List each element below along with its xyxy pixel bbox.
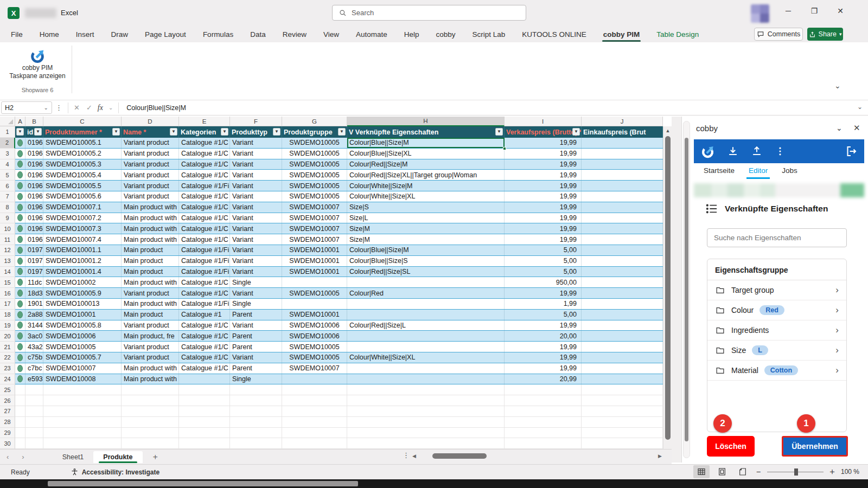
- cell-E8[interactable]: Catalogue #1/C: [179, 202, 230, 213]
- row-number-18[interactable]: 18: [0, 310, 15, 320]
- cell-E12[interactable]: Catalogue #1/Fi: [179, 245, 230, 255]
- empty-grid-rows[interactable]: [15, 384, 663, 449]
- cell-J8[interactable]: [582, 202, 663, 213]
- cell-H12[interactable]: Colour|Blue||Size|M: [347, 245, 505, 255]
- empty-cell[interactable]: [582, 428, 663, 438]
- sheet-nav-right-icon[interactable]: ›: [15, 453, 30, 461]
- empty-cell[interactable]: [15, 395, 25, 406]
- page-break-view-icon[interactable]: [735, 465, 751, 478]
- cell-F4[interactable]: Variant: [230, 159, 282, 170]
- cell-B12[interactable]: 01973: [25, 245, 43, 255]
- cell-A18[interactable]: [15, 310, 25, 320]
- cell-H18[interactable]: [347, 310, 505, 320]
- cell-I13[interactable]: 5,00: [505, 256, 582, 266]
- cell-F3[interactable]: Variant: [230, 149, 282, 159]
- empty-cell[interactable]: [230, 438, 282, 448]
- cell-C11[interactable]: SWDEMO10007.4: [43, 234, 122, 245]
- row-number-29[interactable]: 29: [0, 428, 15, 439]
- user-avatar[interactable]: [751, 4, 769, 23]
- ribbon-tab-review[interactable]: Review: [282, 28, 308, 41]
- empty-cell[interactable]: [179, 428, 230, 438]
- formulabar-collapse-icon[interactable]: ⌄: [857, 103, 863, 111]
- cell-I2[interactable]: 19,99: [505, 138, 582, 148]
- cell-C19[interactable]: SWDEMO10005.8: [43, 320, 122, 331]
- chevron-right-icon[interactable]: ›: [835, 345, 839, 356]
- property-group-row-colour[interactable]: ColourRed›: [707, 300, 846, 320]
- cell-A17[interactable]: [15, 299, 25, 309]
- cell-F24[interactable]: Single: [230, 374, 282, 384]
- panel-scrollbar[interactable]: [683, 121, 690, 458]
- table-row[interactable]: 01969SWDEMO10007.4Main product withCatal…: [15, 234, 663, 245]
- cell-C5[interactable]: SWDEMO10005.4: [43, 170, 122, 180]
- cell-H21[interactable]: [347, 342, 505, 352]
- cell-C4[interactable]: SWDEMO10005.3: [43, 159, 122, 170]
- cell-F10[interactable]: Variant: [230, 223, 282, 234]
- cell-A3[interactable]: [15, 149, 25, 159]
- empty-cell[interactable]: [347, 417, 505, 427]
- column-letter-B[interactable]: B: [25, 117, 43, 126]
- cell-E24[interactable]: [179, 374, 230, 384]
- ribbon-tab-table-design[interactable]: Table Design: [655, 28, 700, 41]
- empty-cell[interactable]: [230, 406, 282, 416]
- table-row[interactable]: 3ac0SWDEMO10006Main product, freCatalogu…: [15, 331, 663, 342]
- cell-B22[interactable]: c75b: [25, 352, 43, 363]
- horizontal-scrollbar[interactable]: ◀ ▶: [412, 451, 662, 461]
- cell-J20[interactable]: [582, 331, 663, 341]
- cell-C12[interactable]: SWDEMO10001.1: [43, 245, 122, 255]
- empty-cell[interactable]: [582, 438, 663, 448]
- cell-H17[interactable]: [347, 299, 505, 309]
- cell-F21[interactable]: Parent: [230, 342, 282, 352]
- cell-D8[interactable]: Main product with: [122, 202, 179, 213]
- cell-D5[interactable]: Variant product: [122, 170, 179, 180]
- row-number-16[interactable]: 16: [0, 288, 15, 299]
- ribbon-tab-draw[interactable]: Draw: [110, 28, 130, 41]
- taskpane-chevron-icon[interactable]: ⌄: [836, 124, 843, 132]
- ribbon-tab-kutools-online[interactable]: KUTOOLS ONLINE: [521, 28, 587, 41]
- cell-B11[interactable]: 01969: [25, 234, 43, 245]
- cell-D23[interactable]: Main product with: [122, 363, 179, 374]
- table-row[interactable]: 01969SWDEMO10007.3Main product withCatal…: [15, 223, 663, 234]
- empty-row[interactable]: [15, 417, 663, 428]
- cell-F6[interactable]: Variant: [230, 181, 282, 191]
- table-row[interactable]: 01969SWDEMO10005.4Variant productCatalog…: [15, 170, 663, 181]
- table-row[interactable]: 01969SWDEMO10007.2Main product withCatal…: [15, 213, 663, 224]
- cell-G8[interactable]: SWDEMO10007: [282, 202, 347, 213]
- table-row[interactable]: 3144SWDEMO10005.8Variant productCatalogu…: [15, 320, 663, 331]
- cell-D17[interactable]: Main product with: [122, 299, 179, 309]
- table-row[interactable]: 01969SWDEMO10005.6Variant productCatalog…: [15, 191, 663, 202]
- cell-J24[interactable]: [582, 374, 663, 384]
- cell-C16[interactable]: SWDEMO10005.9: [43, 288, 122, 298]
- row-number-1[interactable]: 1: [0, 126, 15, 138]
- row-number-30[interactable]: 30: [0, 438, 15, 449]
- empty-cell[interactable]: [282, 384, 347, 395]
- cell-A22[interactable]: [15, 352, 25, 363]
- ribbon-tab-file[interactable]: File: [10, 28, 24, 41]
- cell-I8[interactable]: 19,99: [505, 202, 582, 213]
- cell-J21[interactable]: [582, 342, 663, 352]
- cell-C3[interactable]: SWDEMO10005.2: [43, 149, 122, 159]
- filter-dropdown-icon[interactable]: ▼: [221, 128, 228, 136]
- zoom-in-icon[interactable]: ＋: [828, 466, 837, 478]
- cell-J16[interactable]: [582, 288, 663, 298]
- empty-row[interactable]: [15, 438, 663, 449]
- search-input[interactable]: Search: [332, 5, 526, 21]
- cell-G19[interactable]: SWDEMO10006: [282, 320, 347, 331]
- cell-F8[interactable]: Variant: [230, 202, 282, 213]
- column-header-C[interactable]: Produktnummer *▼: [43, 126, 122, 138]
- table-row[interactable]: c7bcSWDEMO10007Main product withCatalogu…: [15, 363, 663, 374]
- cell-F18[interactable]: Parent: [230, 310, 282, 320]
- cell-A19[interactable]: [15, 320, 25, 331]
- cell-E14[interactable]: Catalogue #1/Fi: [179, 267, 230, 277]
- cell-B9[interactable]: 01969: [25, 213, 43, 223]
- cell-A7[interactable]: [15, 191, 25, 202]
- cell-F13[interactable]: Variant: [230, 256, 282, 266]
- cell-I10[interactable]: 19,99: [505, 223, 582, 234]
- cell-J9[interactable]: [582, 213, 663, 223]
- vertical-scroll-thumb[interactable]: [665, 136, 671, 440]
- table-row[interactable]: 01969SWDEMO10007.1Main product withCatal…: [15, 202, 663, 213]
- cell-E11[interactable]: Catalogue #1/C: [179, 234, 230, 245]
- property-group-row-material[interactable]: MaterialCotton›: [707, 361, 846, 381]
- cell-E17[interactable]: Catalogue #1/Fi: [179, 299, 230, 309]
- empty-cell[interactable]: [25, 395, 43, 406]
- column-letters[interactable]: ABCDEFGHIJ: [15, 117, 663, 126]
